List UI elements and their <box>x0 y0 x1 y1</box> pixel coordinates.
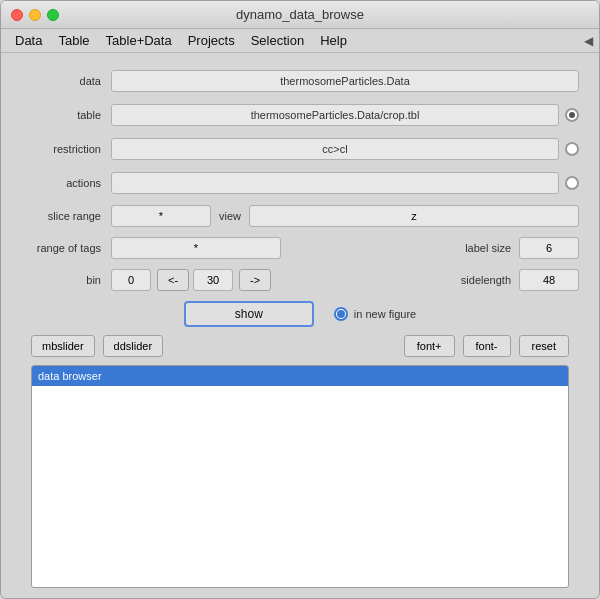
menu-table[interactable]: Table <box>50 31 97 50</box>
menu-table-data[interactable]: Table+Data <box>98 31 180 50</box>
menu-help[interactable]: Help <box>312 31 355 50</box>
traffic-lights <box>11 9 59 21</box>
in-new-figure-radio[interactable] <box>334 307 348 321</box>
reset-button[interactable]: reset <box>519 335 569 357</box>
font-minus-button[interactable]: font- <box>463 335 511 357</box>
range-of-tags-label: range of tags <box>21 242 111 254</box>
data-input[interactable] <box>111 70 579 92</box>
data-label: data <box>21 75 111 87</box>
data-browser-title: data browser <box>38 370 102 382</box>
window-title: dynamo_data_browse <box>236 7 364 22</box>
data-browser-header: data browser <box>32 366 568 386</box>
menu-selection[interactable]: Selection <box>243 31 312 50</box>
restriction-row: restriction <box>21 137 579 161</box>
bin-input[interactable] <box>111 269 151 291</box>
nav-right-button[interactable]: -> <box>239 269 271 291</box>
maximize-button[interactable] <box>47 9 59 21</box>
data-browser-panel: data browser <box>31 365 569 588</box>
bin-row: bin <- -> sidelength <box>21 269 579 291</box>
restriction-label: restriction <box>21 143 111 155</box>
restriction-input[interactable] <box>111 138 559 160</box>
slider-font-row: mbslider ddslider font+ font- reset <box>21 335 579 357</box>
data-browser-content[interactable] <box>32 386 568 587</box>
ddslider-button[interactable]: ddslider <box>103 335 164 357</box>
actions-row: actions <box>21 171 579 195</box>
table-row: table <box>21 103 579 127</box>
range-of-tags-input[interactable] <box>111 237 281 259</box>
close-button[interactable] <box>11 9 23 21</box>
label-size-label: label size <box>465 242 511 254</box>
slice-range-label: slice range <box>21 210 111 222</box>
slice-range-input[interactable] <box>111 205 211 227</box>
minimize-button[interactable] <box>29 9 41 21</box>
slice-range-row: slice range view <box>21 205 579 227</box>
menu-bar: Data Table Table+Data Projects Selection… <box>1 29 599 53</box>
restriction-radio[interactable] <box>565 142 579 156</box>
in-new-figure-group: in new figure <box>334 307 416 321</box>
data-row: data <box>21 69 579 93</box>
nav-left-button[interactable]: <- <box>157 269 189 291</box>
label-size-input[interactable] <box>519 237 579 259</box>
menu-data[interactable]: Data <box>7 31 50 50</box>
actions-label: actions <box>21 177 111 189</box>
bin-label: bin <box>21 274 111 286</box>
font-plus-button[interactable]: font+ <box>404 335 455 357</box>
menu-bar-right: ◀ <box>584 34 593 48</box>
actions-radio[interactable] <box>565 176 579 190</box>
form-content: data table restriction actions slice ran… <box>1 53 599 598</box>
view-label: view <box>219 210 241 222</box>
table-input[interactable] <box>111 104 559 126</box>
main-window: dynamo_data_browse Data Table Table+Data… <box>0 0 600 599</box>
table-label: table <box>21 109 111 121</box>
table-radio[interactable] <box>565 108 579 122</box>
menu-projects[interactable]: Projects <box>180 31 243 50</box>
sidelength-input[interactable] <box>519 269 579 291</box>
sidelength-label: sidelength <box>461 274 511 286</box>
show-button[interactable]: show <box>184 301 314 327</box>
show-row: show in new figure <box>21 301 579 327</box>
title-bar: dynamo_data_browse <box>1 1 599 29</box>
actions-input[interactable] <box>111 172 559 194</box>
mbslider-button[interactable]: mbslider <box>31 335 95 357</box>
view-input[interactable] <box>249 205 579 227</box>
in-new-figure-label: in new figure <box>354 308 416 320</box>
nav-number-input[interactable] <box>193 269 233 291</box>
range-of-tags-row: range of tags label size <box>21 237 579 259</box>
